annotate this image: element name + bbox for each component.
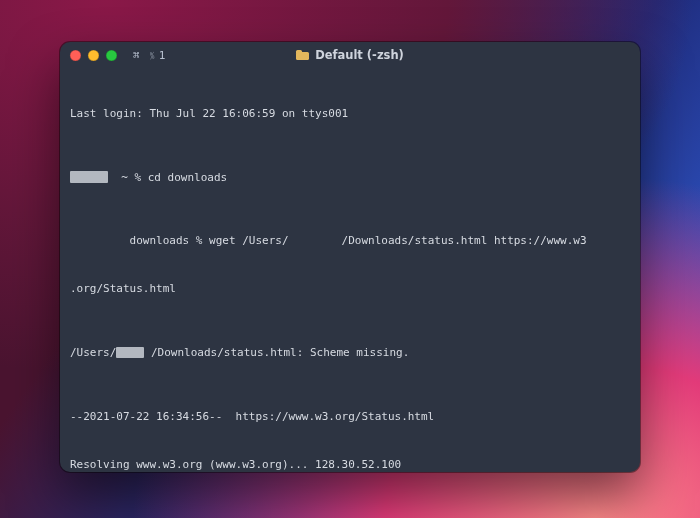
command-2c: .org/Status.html (70, 281, 630, 297)
output-scheme-missing: /Users/ /Downloads/status.html: Scheme m… (70, 345, 630, 361)
command-2a: wget /Users/ (209, 234, 288, 247)
command-2b: /Downloads/status.html https://www.w3 (342, 234, 587, 247)
prompt-line-2: downloads % wget /Users/ /Downloads/stat… (70, 233, 630, 249)
zoom-icon[interactable] (106, 50, 117, 61)
out1b: /Downloads/status.html: Scheme missing. (151, 346, 409, 359)
redacted-hostname (70, 171, 108, 183)
command-1: cd downloads (148, 171, 227, 184)
prompt-2: downloads % (130, 234, 209, 247)
folder-icon (296, 50, 309, 60)
prompt-symbol: ~ % (121, 171, 148, 184)
output-timestamp: --2021-07-22 16:34:56-- https://www.w3.o… (70, 409, 630, 425)
out1a: /Users/ (70, 346, 116, 359)
redacted-user (116, 347, 144, 358)
window-title-text: Default (-zsh) (315, 48, 404, 62)
titlebar-left-label: ⌘ ﹪1 (133, 48, 166, 63)
last-login-line: Last login: Thu Jul 22 16:06:59 on ttys0… (70, 106, 630, 122)
window-controls (60, 50, 117, 61)
terminal-window: ⌘ ﹪1 Default (-zsh) Last login: Thu Jul … (60, 42, 640, 472)
titlebar[interactable]: ⌘ ﹪1 Default (-zsh) (60, 42, 640, 68)
terminal-output[interactable]: Last login: Thu Jul 22 16:06:59 on ttys0… (60, 68, 640, 472)
close-icon[interactable] (70, 50, 81, 61)
minimize-icon[interactable] (88, 50, 99, 61)
output-resolving: Resolving www.w3.org (www.w3.org)... 128… (70, 457, 630, 473)
prompt-line-1: ~ % cd downloads (70, 170, 630, 186)
